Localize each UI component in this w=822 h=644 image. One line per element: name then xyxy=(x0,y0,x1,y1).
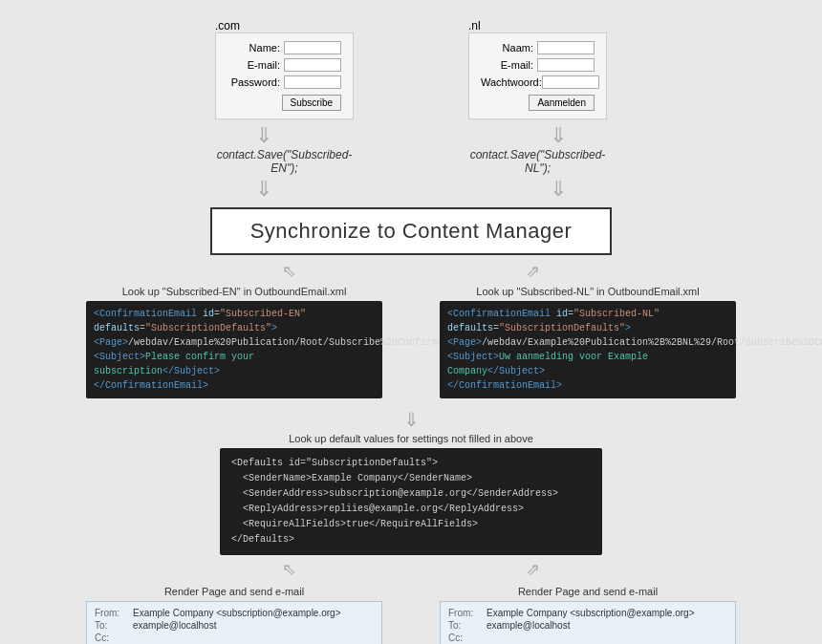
field-naam-nl: Naam: xyxy=(481,41,595,54)
form-box-nl: Naam: E-mail: Wachtwoord: Aanmelden xyxy=(468,32,607,119)
arrow-diag-right2: ⇗ xyxy=(526,559,540,580)
defaults-line-4: <ReplyAddress>repliies@example.org</Repl… xyxy=(231,502,591,517)
lookup-title-nl: Look up "Subscribed-NL" in OutboundEmail… xyxy=(440,286,736,297)
arrow-diag-right: ⇗ xyxy=(526,261,540,282)
value-from-nl: Example Company <subscription@example.or… xyxy=(487,608,694,618)
defaults-line-2: <SenderName>Example Company</SenderName> xyxy=(231,471,591,486)
input-email-en[interactable] xyxy=(284,58,341,72)
defaults-line-5: <RequireAllFields>true</RequireAllFields… xyxy=(231,517,591,532)
form-nl: .nl Naam: E-mail: Wachtwoord: Aanmelden xyxy=(468,19,607,119)
email-from-en: From: Example Company <subscription@exam… xyxy=(95,608,374,618)
form-en: .com Name: E-mail: Password: Subscribe xyxy=(215,19,354,119)
field-wachtwoord-nl: Wachtwoord: xyxy=(481,75,595,89)
label-to-nl: To: xyxy=(448,620,487,631)
field-password-en: Password: xyxy=(227,75,341,89)
domain-en: .com xyxy=(215,19,240,32)
save-label-nl: contact.Save("Subscribed-NL"); xyxy=(468,148,607,175)
label-naam-nl: Naam: xyxy=(481,42,533,54)
form-box-en: Name: E-mail: Password: Subscribe xyxy=(215,32,354,119)
value-from-en: Example Company <subscription@example.or… xyxy=(133,608,340,618)
lookup-section-en: Look up "Subscribed-EN" in OutboundEmail… xyxy=(86,286,382,398)
input-wachtwoord-nl[interactable] xyxy=(542,75,599,89)
email-cc-en: Cc: xyxy=(95,633,374,643)
input-name-en[interactable] xyxy=(284,41,341,54)
lookup-title-en: Look up "Subscribed-EN" in OutboundEmail… xyxy=(86,286,382,297)
arrow-down-nl: ⇓ xyxy=(550,125,567,146)
split-arrows: ⇖ ⇗ xyxy=(0,261,822,282)
code-box-nl: <ConfirmationEmail id="Subscribed-NL" de… xyxy=(440,301,736,398)
email-box-en: From: Example Company <subscription@exam… xyxy=(86,601,382,644)
label-password-en: Password: xyxy=(227,76,280,88)
render-title-en: Render Page and send e-mail xyxy=(86,586,382,597)
defaults-title: Look up default values for settings not … xyxy=(289,433,533,444)
save-label-en: contact.Save("Subscribed-EN"); xyxy=(215,148,354,175)
render-title-nl: Render Page and send e-mail xyxy=(440,586,736,597)
code-line-nl-3: <Subject>Uw aanmelding voor Example Comp… xyxy=(447,350,728,378)
label-email-nl: E-mail: xyxy=(481,59,533,71)
form-button-nl: Aanmelden xyxy=(481,95,595,111)
label-email-en: E-mail: xyxy=(227,59,280,71)
subscribe-button-en[interactable]: Subscribe xyxy=(282,95,341,111)
defaults-line-6: </Defaults> xyxy=(231,532,591,547)
email-from-nl: From: Example Company <subscription@exam… xyxy=(448,608,727,618)
field-email-nl: E-mail: xyxy=(481,58,595,72)
lookup-row: Look up "Subscribed-EN" in OutboundEmail… xyxy=(0,286,822,398)
sync-box-wrapper: Synchronize to Content Manager xyxy=(0,207,822,255)
arrow-down-center: ⇓ xyxy=(403,408,420,431)
input-naam-nl[interactable] xyxy=(537,41,595,54)
arrow-down-en: ⇓ xyxy=(255,125,272,146)
render-section-en: Render Page and send e-mail From: Exampl… xyxy=(86,586,382,644)
render-row: Render Page and send e-mail From: Exampl… xyxy=(0,586,822,644)
value-to-en: example@localhost xyxy=(133,620,216,631)
arrows-to-sync: ⇓ ⇓ xyxy=(0,179,822,200)
code-line-nl-1: <ConfirmationEmail id="Subscribed-NL" de… xyxy=(447,307,728,335)
field-email-en: E-mail: xyxy=(227,58,341,72)
forms-row: .com Name: E-mail: Password: Subscribe xyxy=(0,0,822,119)
code-line-nl-4: </ConfirmationEmail> xyxy=(447,378,728,393)
label-cc-nl: Cc: xyxy=(448,633,487,643)
email-to-nl: To: example@localhost xyxy=(448,620,727,631)
render-section-nl: Render Page and send e-mail From: Exampl… xyxy=(440,586,736,644)
split-arrows-2: ⇖ ⇗ xyxy=(220,559,602,580)
value-to-nl: example@localhost xyxy=(487,620,570,631)
center-section: ⇓ Look up default values for settings no… xyxy=(0,402,822,582)
input-email-nl[interactable] xyxy=(537,58,595,72)
arrow-down-en2: ⇓ xyxy=(255,179,272,200)
defaults-line-1: <Defaults id="SubscriptionDefaults"> xyxy=(231,456,591,471)
label-to-en: To: xyxy=(95,620,133,631)
code-line-en-1: <ConfirmationEmail id="Subscribed-EN" de… xyxy=(94,307,375,335)
email-box-nl: From: Example Company <subscription@exam… xyxy=(440,601,736,644)
code-line-en-2: <Page>/webdav/Example%20Publication/Root… xyxy=(94,335,375,350)
email-to-en: To: example@localhost xyxy=(95,620,374,631)
lookup-section-nl: Look up "Subscribed-NL" in OutboundEmail… xyxy=(440,286,736,398)
code-box-en: <ConfirmationEmail id="Subscribed-EN" de… xyxy=(86,301,382,398)
save-row: contact.Save("Subscribed-EN"); contact.S… xyxy=(0,148,822,175)
code-box-defaults: <Defaults id="SubscriptionDefaults"> <Se… xyxy=(220,448,602,555)
label-from-nl: From: xyxy=(448,608,487,618)
input-password-en[interactable] xyxy=(284,75,341,89)
arrow-diag-left2: ⇖ xyxy=(282,559,296,580)
label-name-en: Name: xyxy=(227,42,280,54)
sync-box: Synchronize to Content Manager xyxy=(210,207,613,255)
code-line-en-4: </ConfirmationEmail> xyxy=(94,378,375,393)
subscribe-button-nl[interactable]: Aanmelden xyxy=(529,95,595,111)
diagram-container: .com Name: E-mail: Password: Subscribe xyxy=(0,0,822,644)
domain-nl: .nl xyxy=(468,19,481,32)
field-name-en: Name: xyxy=(227,41,341,54)
label-cc-en: Cc: xyxy=(95,633,133,643)
code-line-nl-2: <Page>/webdav/Example%20Publication%2B%2… xyxy=(447,335,728,350)
email-cc-nl: Cc: xyxy=(448,633,727,643)
defaults-line-3: <SenderAddress>subscription@example.org<… xyxy=(231,486,591,502)
arrow-down-nl2: ⇓ xyxy=(550,179,567,200)
label-wachtwoord-nl: Wachtwoord: xyxy=(481,76,538,88)
code-line-en-3: <Subject>Please confirm your subscriptio… xyxy=(94,350,375,378)
label-from-en: From: xyxy=(95,608,133,618)
arrows-from-forms: ⇓ ⇓ xyxy=(0,125,822,146)
arrow-to-defaults: ⇓ xyxy=(403,408,420,431)
form-button-en: Subscribe xyxy=(227,95,341,111)
arrow-diag-left: ⇖ xyxy=(282,261,296,282)
